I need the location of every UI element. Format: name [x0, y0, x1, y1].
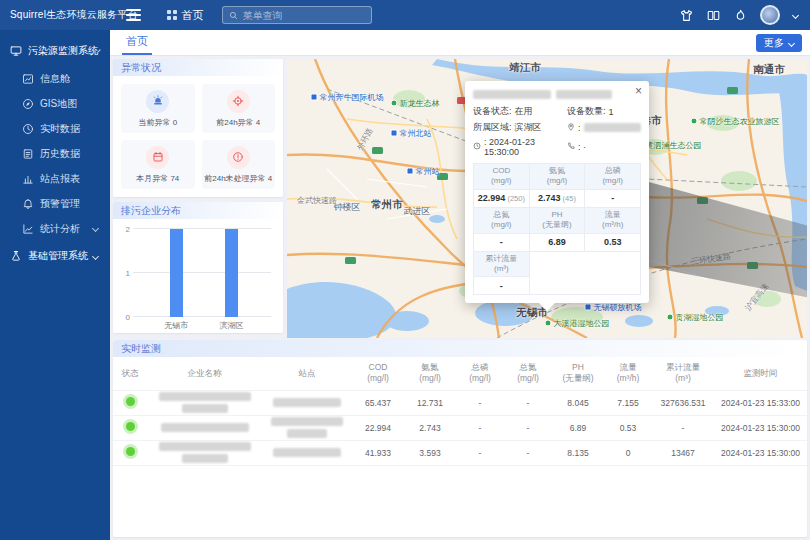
map-park-poi: 常阴沙生态农业旅游区 [691, 116, 780, 127]
param-name: 流量 [587, 210, 638, 220]
popup-table-row: 总氮(mg/l)PH(无量纲)流量(m³/h) [474, 207, 641, 233]
column-header: COD(mg/l) [352, 357, 404, 390]
sidebar-item-2[interactable]: GIS地图 [0, 91, 110, 116]
topbar-actions [679, 5, 810, 25]
column-unit: (mg/l) [457, 373, 503, 384]
clock-icon [22, 123, 34, 135]
value-cell: - [456, 390, 504, 415]
table-row[interactable]: 41.9333.593--8.1350134672024-01-23 15:30… [113, 440, 807, 465]
param-header: 总磷(mg/l) [585, 164, 641, 190]
x-tick-label: 无锡市 [164, 320, 188, 331]
theme-shirt-icon[interactable] [679, 8, 693, 22]
popup-table-row: -6.890.53 [474, 233, 641, 251]
param-header: COD(mg/l) [474, 164, 530, 190]
redacted-text [584, 123, 641, 132]
more-button[interactable]: 更多 [756, 34, 802, 52]
gridline [133, 272, 271, 273]
value-cell: 8.135 [552, 440, 604, 465]
transit-poi-icon [407, 168, 414, 175]
company-name-cell [147, 440, 262, 465]
popup-info-label: : · [578, 142, 586, 152]
redacted-company-name [147, 392, 262, 413]
map-park-poi: 新龙生态林 [391, 98, 440, 109]
station-cell [262, 440, 352, 465]
popup-info-0: 设备状态:在用 [473, 105, 567, 118]
bar-0 [170, 229, 183, 317]
stat-card-label: 本月异常 74 [136, 173, 179, 184]
search-input[interactable] [243, 10, 365, 21]
param-limit: (45) [561, 194, 576, 203]
map-road-label: 金武快速路 [297, 195, 337, 206]
param-value: 0.53 [585, 233, 641, 251]
column-header: 流量(m³/h) [604, 357, 652, 390]
column-unit: (m³) [653, 373, 713, 384]
param-name: 氨氮 [532, 166, 583, 176]
value-cell: 22.994 [352, 415, 404, 440]
redacted-company-name [147, 423, 262, 432]
sidebar-item-7[interactable]: 统计分析 [0, 216, 110, 241]
sidebar-item-6[interactable]: 预警管理 [0, 191, 110, 216]
sidebar-item-8[interactable]: 基础管理系统 [0, 241, 110, 271]
sidebar-item-label: 信息舱 [40, 72, 70, 86]
column-header: 总磷(mg/l) [456, 357, 504, 390]
map-label-text: 常阴沙生态农业旅游区 [700, 116, 780, 127]
value-cell: 65.437 [352, 390, 404, 415]
left-column: 异常状况 当前异常 0前24h异常 4本月异常 74前24h未处理异常 4 排污… [113, 59, 283, 339]
close-icon[interactable]: × [635, 85, 642, 97]
chevron-down-icon[interactable] [792, 11, 799, 18]
table-row[interactable]: 22.9942.743--6.890.53-2024-01-23 15:30:0… [113, 415, 807, 440]
sidebar-item-5[interactable]: 站点报表 [0, 166, 110, 191]
popup-info-2: 所属区域:滨湖区 [473, 121, 567, 134]
popup-info-label: 所属区域: [473, 121, 512, 134]
breadcrumb[interactable]: 首页 [167, 8, 204, 23]
map-label-text: 钟楼区 [334, 202, 361, 212]
sidebar-item-label: 污染源监测系统 [28, 44, 98, 58]
param-name: COD [476, 166, 527, 176]
flame-icon[interactable] [733, 8, 747, 22]
sidebar-item-0[interactable]: 污染源监测系统 [0, 36, 110, 66]
redacted-text [161, 423, 249, 432]
value-cell: 2024-01-23 15:33:00 [714, 390, 807, 415]
map-label-text: 黄泗浦生态公园 [646, 140, 702, 151]
status-cell [113, 440, 147, 465]
realtime-panel: 实时监测 状态企业名称站点COD(mg/l)氨氮(mg/l)总磷(mg/l)总氮… [113, 340, 807, 537]
map-label-text: 无锡硕放机场 [594, 302, 642, 313]
column-unit: (mg/l) [353, 373, 403, 384]
user-avatar[interactable] [760, 5, 780, 25]
column-header: 状态 [113, 357, 147, 390]
menu-search[interactable] [222, 6, 372, 24]
table-row[interactable]: 65.43712.731--8.0457.155327636.5312024-0… [113, 390, 807, 415]
transit-poi-icon [391, 130, 398, 137]
sidebar-item-4[interactable]: 历史数据 [0, 141, 110, 166]
column-name: 氨氮 [405, 362, 455, 373]
value-cell: 7.155 [604, 390, 652, 415]
column-name: 站点 [263, 368, 351, 379]
map-label-text: 武进区 [404, 206, 431, 216]
value-cell: 2024-01-23 15:30:00 [714, 415, 807, 440]
param-unit: (mg/l) [587, 176, 638, 186]
column-header: 累计流量(m³) [652, 357, 714, 390]
stat-card-1: 前24h异常 4 [202, 84, 276, 133]
param-name: 总磷 [587, 166, 638, 176]
clock-icon [473, 142, 481, 152]
popup-info-1: 设备数量:1 [567, 105, 641, 118]
popup-arrow [539, 303, 555, 319]
map-park-poi: 贡湖湿地公园 [667, 312, 724, 323]
sidebar-item-1[interactable]: 信息舱 [0, 66, 110, 91]
tab-home[interactable]: 首页 [122, 30, 152, 55]
column-name: 流量 [605, 362, 651, 373]
param-unit: (mg/l) [476, 220, 527, 230]
gis-map[interactable]: 靖江市南通市常州市无锡市港市钟楼区武进区滨湖区金武快速路三环快速路沪宜高速外环路… [287, 59, 807, 338]
tabbar: 首页 更多 [110, 30, 810, 56]
param-unit: (m³/h) [587, 220, 638, 230]
sidebar-item-3[interactable]: 实时数据 [0, 116, 110, 141]
dashboard-icon [22, 73, 34, 85]
param-value: - [585, 189, 641, 207]
map-label-text: 常州市 [371, 198, 403, 210]
split-screen-icon[interactable] [706, 8, 720, 22]
content: 异常状况 当前异常 0前24h异常 4本月异常 74前24h未处理异常 4 排污… [110, 56, 810, 540]
param-name: 累计流量 [476, 254, 527, 264]
park-poi-icon [391, 100, 398, 107]
map-label-text: 常州北站 [400, 128, 432, 139]
hamburger-icon[interactable] [126, 6, 141, 24]
